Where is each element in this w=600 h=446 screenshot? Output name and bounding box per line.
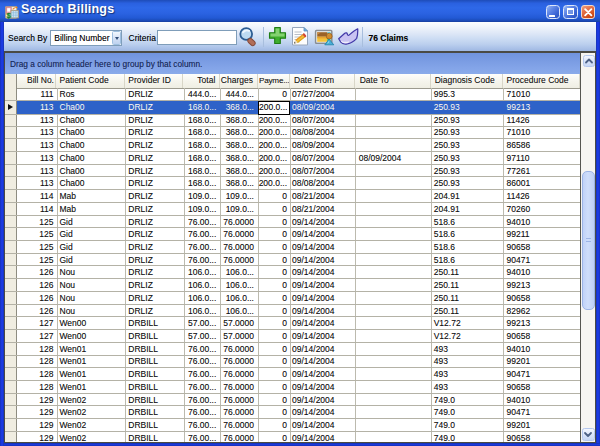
svg-text:$: $ <box>6 11 11 19</box>
